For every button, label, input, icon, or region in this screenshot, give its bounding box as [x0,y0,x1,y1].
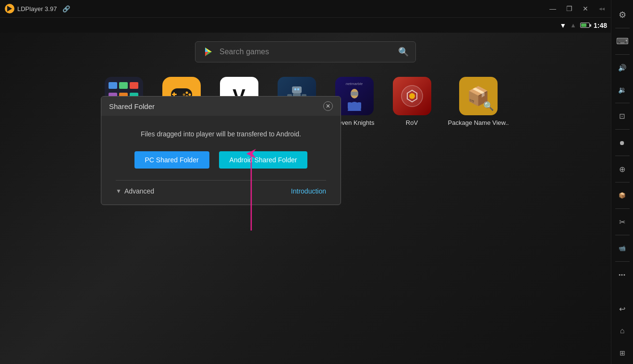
sidebar-sep-5 [615,156,630,156]
rov-icon [393,77,431,115]
svg-point-28 [409,93,415,99]
right-sidebar: ⚙ ⌨ 🔊 🔉 ⊡ ⏺ ⊕ 📦 ✂ 📹 ••• ↩ ⌂ ⊞ [611,0,633,364]
sidebar-screenshot-button[interactable]: ⊡ [611,105,633,127]
close-button[interactable]: ✕ [581,4,590,13]
sidebar-sep-8 [615,235,630,235]
sidebar-vol-up-button[interactable]: 🔊 [611,57,633,79]
rov-label: RoV [406,119,418,126]
android-shared-folder-button[interactable]: Android Shared Folder [219,151,308,169]
app-package-viewer[interactable]: 📦 🔍 Package Name View.. [448,77,509,126]
signal-icon: ▲ [570,22,576,29]
pkg-viewer-label: Package Name View.. [448,119,509,126]
sidebar-sep-7 [615,208,630,209]
maximize-button[interactable]: ❐ [565,4,573,13]
sidebar-home-button[interactable]: ⌂ [611,320,633,342]
search-bar[interactable]: Search games 🔍 [195,41,416,62]
svg-marker-0 [7,6,12,12]
svg-rect-13 [292,86,302,93]
app-rov[interactable]: RoV [390,77,434,126]
sidebar-more-button[interactable]: ••• [611,264,633,286]
link-icon: 🔗 [62,5,70,12]
shared-folder-dialog: Shared Folder ✕ Files dragged into playe… [101,96,341,205]
search-input[interactable]: Search games [219,48,393,56]
battery-icon [580,23,590,28]
sidebar-sep-2 [615,54,630,55]
svg-rect-25 [357,102,361,109]
magnifier-emoji: 🔍 [483,101,494,111]
svg-rect-26 [351,92,358,96]
dialog-description: Files dragged into player will be transf… [116,130,326,138]
back-arrow-button[interactable]: ◂◂ [597,4,606,13]
sidebar-video-button[interactable]: 📹 [611,237,633,259]
dialog-buttons: PC Shared Folder Android Shared Folder [116,151,326,169]
sidebar-record-button[interactable]: ⏺ [611,132,633,154]
svg-rect-20 [297,88,299,90]
sidebar-back-button[interactable]: ↩ [611,298,633,320]
play-store-icon [202,46,215,58]
sidebar-keyboard-button[interactable]: ⌨ [611,30,633,52]
sidebar-sep-6 [615,182,630,182]
sidebar-sep-9 [615,261,630,262]
status-bar: ▼ ▲ 1:48 [0,17,611,33]
sidebar-recents-button[interactable]: ⊞ [611,342,633,364]
dialog-titlebar: Shared Folder ✕ [101,97,341,116]
window-controls: — ❐ ✕ ◂◂ [548,4,606,13]
pc-shared-folder-button[interactable]: PC Shared Folder [134,151,209,169]
svg-rect-19 [294,88,296,90]
title-bar: LDPlayer 3.97 🔗 — ❐ ✕ ◂◂ [0,0,611,17]
sidebar-sep-1 [615,28,630,28]
app-icon [5,4,14,13]
advanced-label: Advanced [124,187,154,195]
sidebar-install-button[interactable]: ⊕ [611,158,633,180]
netmarble-text: netmarble [346,82,363,86]
svg-rect-7 [172,94,177,95]
pkg-viewer-icon: 📦 🔍 [459,77,498,115]
sidebar-apk-button[interactable]: 📦 [611,184,633,206]
clock: 1:48 [594,22,607,29]
introduction-link[interactable]: Introduction [291,187,326,195]
sidebar-vol-dn-button[interactable]: 🔉 [611,79,633,101]
svg-rect-24 [348,102,352,109]
dialog-title: Shared Folder [109,102,155,110]
minimize-button[interactable]: — [548,4,557,13]
wifi-icon: ▼ [560,22,566,29]
search-icon: 🔍 [398,47,409,57]
app-title: LDPlayer 3.97 [17,5,57,12]
dialog-footer: ▼ Advanced Introduction [116,180,326,195]
svg-point-9 [188,93,191,96]
search-bar-wrapper: Search games 🔍 [195,41,416,62]
advanced-arrow: ▼ [116,188,122,194]
app-logo: LDPlayer 3.97 🔗 [5,4,70,13]
advanced-toggle[interactable]: ▼ Advanced [116,187,154,195]
sidebar-scissors-button[interactable]: ✂ [611,211,633,233]
dialog-close-button[interactable]: ✕ [323,101,333,111]
sidebar-sep-4 [615,129,630,130]
dialog-body: Files dragged into player will be transf… [101,116,341,205]
sidebar-sep-3 [615,103,630,103]
svg-point-8 [185,91,188,94]
sidebar-settings-button[interactable]: ⚙ [611,4,633,26]
